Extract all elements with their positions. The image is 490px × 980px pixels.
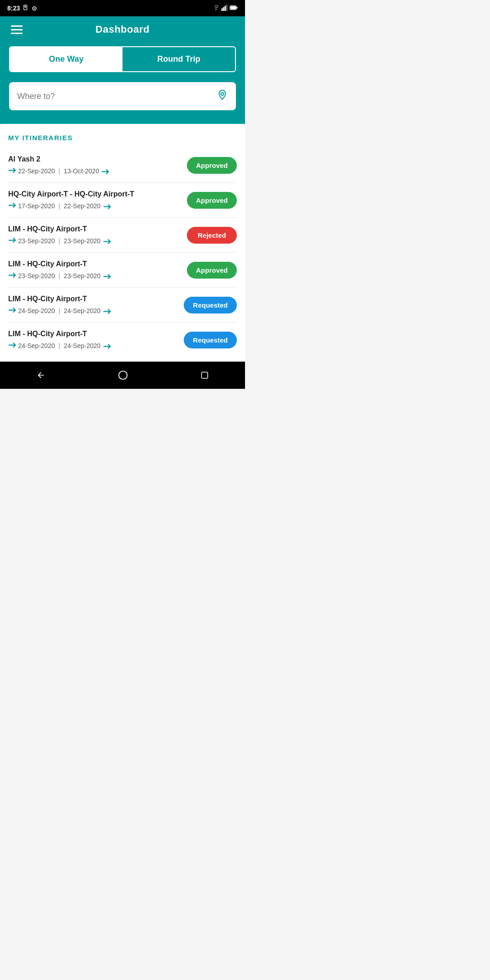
location-pin-icon [217, 89, 228, 103]
itinerary-name: HQ-City Airport-T - HQ-City Airport-T [8, 190, 187, 198]
date-separator: | [59, 342, 60, 349]
round-trip-button[interactable]: Round Trip [122, 47, 235, 71]
itinerary-info: LIM - HQ-City Airport-T 23-Sep-2020 | 23… [8, 260, 187, 280]
status-bar: 8:23 ⊙ [0, 0, 245, 16]
svg-rect-3 [221, 8, 223, 11]
end-date: 24-Sep-2020 [64, 342, 101, 349]
status-badge: Approved [187, 262, 237, 279]
sim-icon [23, 5, 29, 12]
start-date: 24-Sep-2020 [18, 307, 55, 314]
itinerary-item[interactable]: LIM - HQ-City Airport-T 24-Sep-2020 | 24… [8, 323, 237, 357]
itineraries-section: MY ITINERARIES Al Yash 2 22-Sep-2020 | 1… [0, 124, 245, 362]
depart-icon [6, 166, 17, 176]
itinerary-dates: 22-Sep-2020 | 13-Oct-2020 [8, 167, 187, 175]
status-badge: Approved [187, 192, 237, 209]
itinerary-dates: 24-Sep-2020 | 24-Sep-2020 [8, 342, 184, 350]
home-button[interactable] [118, 370, 128, 380]
page-title: Dashboard [95, 24, 149, 35]
svg-rect-24 [201, 372, 208, 378]
battery-icon [230, 5, 238, 12]
svg-line-16 [103, 238, 110, 245]
svg-rect-8 [236, 7, 238, 9]
itinerary-item[interactable]: Al Yash 2 22-Sep-2020 | 13-Oct-2020 [8, 148, 237, 183]
end-date: 13-Oct-2020 [64, 167, 99, 175]
svg-rect-5 [225, 5, 226, 10]
svg-point-10 [221, 93, 224, 95]
end-date: 24-Sep-2020 [64, 307, 101, 314]
svg-line-14 [103, 203, 110, 210]
destination-input[interactable] [17, 92, 212, 101]
section-title: MY ITINERARIES [8, 134, 237, 142]
status-badge: Requested [184, 297, 237, 314]
itinerary-dates: 23-Sep-2020 | 23-Sep-2020 [8, 237, 187, 245]
status-badge: Requested [184, 332, 237, 348]
header: Dashboard One Way Round Trip [0, 16, 245, 124]
svg-line-15 [9, 237, 15, 244]
depart-icon [6, 306, 17, 316]
date-separator: | [59, 202, 60, 210]
itinerary-dates: 17-Sep-2020 | 22-Sep-2020 [8, 202, 187, 210]
start-date: 22-Sep-2020 [18, 167, 55, 175]
recent-apps-button[interactable] [201, 371, 209, 379]
svg-line-12 [102, 168, 109, 175]
itinerary-name: LIM - HQ-City Airport-T [8, 225, 187, 233]
itinerary-info: Al Yash 2 22-Sep-2020 | 13-Oct-2020 [8, 155, 187, 175]
itinerary-info: LIM - HQ-City Airport-T 23-Sep-2020 | 23… [8, 225, 187, 245]
itinerary-name: Al Yash 2 [8, 155, 187, 163]
svg-line-19 [9, 307, 15, 314]
svg-rect-6 [226, 5, 228, 11]
svg-line-20 [103, 308, 110, 315]
depart-icon [6, 271, 17, 281]
svg-line-17 [9, 272, 15, 279]
itinerary-item[interactable]: LIM - HQ-City Airport-T 24-Sep-2020 | 24… [8, 288, 237, 323]
svg-rect-1 [24, 6, 26, 7]
at-icon: ⊙ [32, 5, 37, 12]
date-separator: | [59, 272, 60, 279]
arrive-icon [102, 271, 113, 281]
itinerary-info: HQ-City Airport-T - HQ-City Airport-T 17… [8, 190, 187, 210]
arrive-icon [102, 341, 113, 351]
itinerary-name: LIM - HQ-City Airport-T [8, 295, 184, 303]
itinerary-dates: 24-Sep-2020 | 24-Sep-2020 [8, 307, 184, 315]
start-date: 23-Sep-2020 [18, 272, 55, 279]
bottom-nav [0, 362, 245, 389]
date-separator: | [59, 237, 60, 245]
svg-rect-9 [230, 6, 236, 9]
menu-button[interactable] [9, 24, 24, 36]
status-badge: Rejected [187, 227, 237, 244]
itinerary-name: LIM - HQ-City Airport-T [8, 330, 184, 338]
svg-rect-4 [223, 7, 225, 10]
arrive-icon [101, 166, 111, 176]
back-button[interactable] [36, 371, 45, 380]
wifi-icon [212, 5, 220, 12]
start-date: 23-Sep-2020 [18, 237, 55, 245]
trip-toggle: One Way Round Trip [9, 46, 236, 72]
svg-line-11 [9, 167, 15, 174]
itinerary-dates: 23-Sep-2020 | 23-Sep-2020 [8, 272, 187, 280]
svg-line-21 [9, 342, 15, 348]
itinerary-name: LIM - HQ-City Airport-T [8, 260, 187, 268]
depart-icon [6, 201, 17, 211]
itinerary-item[interactable]: LIM - HQ-City Airport-T 23-Sep-2020 | 23… [8, 218, 237, 253]
date-separator: | [59, 307, 60, 314]
date-separator: | [59, 167, 60, 175]
svg-point-23 [119, 371, 127, 379]
one-way-button[interactable]: One Way [10, 47, 122, 71]
start-date: 24-Sep-2020 [18, 342, 55, 349]
signal-icon [221, 5, 228, 12]
status-time: 8:23 [7, 5, 20, 12]
itinerary-item[interactable]: LIM - HQ-City Airport-T 23-Sep-2020 | 23… [8, 253, 237, 288]
itinerary-list: Al Yash 2 22-Sep-2020 | 13-Oct-2020 [8, 148, 237, 357]
svg-line-18 [103, 273, 110, 280]
itinerary-info: LIM - HQ-City Airport-T 24-Sep-2020 | 24… [8, 295, 184, 315]
search-bar [9, 82, 236, 110]
itinerary-item[interactable]: HQ-City Airport-T - HQ-City Airport-T 17… [8, 183, 237, 218]
status-badge: Approved [187, 157, 237, 174]
end-date: 23-Sep-2020 [64, 237, 101, 245]
depart-icon [6, 341, 17, 351]
svg-line-22 [103, 343, 110, 350]
arrive-icon [102, 201, 113, 211]
svg-point-2 [216, 10, 216, 10]
end-date: 22-Sep-2020 [64, 202, 101, 210]
svg-line-13 [9, 202, 15, 209]
